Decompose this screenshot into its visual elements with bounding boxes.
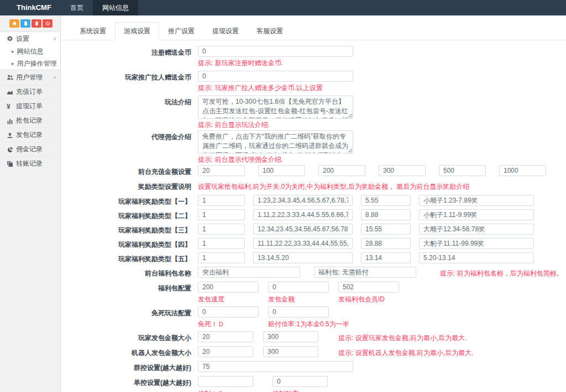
sidebar-item-user-mgmt[interactable]: 用户管理 › [0,70,60,84]
row-invite-gold: 玩家推广拉人赠送金币 提示: 玩家推广拉人赠送多少金币.以上设置 [61,71,566,92]
menu-section-main: 用户管理 › 充值订单 ¥ 提现订单 抢包记录 [0,70,60,171]
gameplay-intro-textarea[interactable]: 可发可抢，10-300七包1.6倍【无免死官方平台】点击主页发送红包-设置红包金… [198,96,353,119]
reward3-numbers-input[interactable] [253,224,353,235]
reward3-switch-input[interactable] [198,224,245,235]
invite-gold-input[interactable] [198,71,353,82]
tab-withdraw-settings[interactable]: 提现设置 [203,22,248,40]
field-label: 玩家福利奖励类型【四】 [61,238,198,250]
home-button[interactable] [9,19,19,28]
quick-buttons [0,15,60,31]
reward4-numbers-input[interactable] [253,238,353,249]
row-reward-type-3: 玩家福利奖励类型【三】 [61,224,566,235]
sidebar-item-send-records[interactable]: 发包记录 [0,128,60,142]
tab-service-settings[interactable]: 客服设置 [248,22,292,40]
sidebar-item-recharge-orders[interactable]: 充值订单 [0,84,60,99]
sidebar-item-grab-records[interactable]: 抢包记录 [0,113,60,128]
menu-section-settings: 设置 › ▸ 网站信息 ▸ 用户操作管理 [0,31,60,70]
reward4-amount-input[interactable] [361,238,411,249]
immortal-id-input[interactable] [198,306,259,317]
reward2-numbers-input[interactable] [253,209,353,220]
users-icon [7,74,16,81]
sidebar-item-user-ops[interactable]: ▸ 用户操作管理 [0,57,60,70]
recharge-amount-1-input[interactable] [198,165,245,176]
reward2-desc-input[interactable] [419,209,534,220]
file-button[interactable] [20,19,30,28]
row-welfare-name: 前台福利包名称 提示: 前为福利包名称，后为福利包简称。 [61,267,566,278]
field-label: 玩法介绍 [61,96,198,107]
clone-icon [7,161,16,167]
field-label: 奖励类型设置说明 [61,180,198,192]
bar-chart-icon [7,118,16,124]
tab-system-settings[interactable]: 系统设置 [71,22,115,40]
reward5-desc-input[interactable] [419,252,534,263]
robot-max-input[interactable] [263,346,318,357]
recharge-amount-6-input[interactable] [499,165,546,176]
robot-min-input[interactable] [198,346,253,357]
reward1-switch-input[interactable] [198,195,245,206]
immortal-rate-input[interactable] [268,306,329,317]
caret-right-icon: ▸ [12,49,14,54]
welfare-amount-input[interactable] [268,282,329,293]
reward3-amount-input[interactable] [361,224,411,235]
robot-range-hint: 提示: 设置机器人发包金额,前为最小,后为最大. [338,346,474,358]
nav-item-home[interactable]: 首页 [61,0,93,15]
tab-game-settings[interactable]: 游戏设置 [115,22,159,40]
home-icon [12,21,17,26]
reward3-desc-input[interactable] [419,224,534,235]
pie-chart-icon [7,146,16,153]
control-id-input[interactable] [198,376,253,387]
field-label: 注册赠送金币 [61,46,198,57]
sidebar-item-withdraw-orders[interactable]: ¥ 提现订单 [0,99,60,113]
agent-intro-textarea[interactable]: 免费推广，点击下方“我的推广二维码”获取你的专属推广二维码，玩家通过你的二维码进… [198,130,353,153]
recharge-amount-3-input[interactable] [318,165,365,176]
sidebar-item-label: 用户管理 [16,73,43,82]
sidebar-item-site-info[interactable]: ▸ 网站信息 [0,45,60,57]
trash-icon [34,21,39,26]
reward2-switch-input[interactable] [198,209,245,220]
agent-intro-hint: 提示: 前台显示代理佣金介绍. [198,156,353,164]
row-gameplay-intro: 玩法介绍 可发可抢，10-300七包1.6倍【无免死官方平台】点击主页发送红包-… [61,96,566,129]
sidebar-item-transfer-records[interactable]: 转账记录 [0,156,60,171]
welfare-name-input[interactable] [198,267,300,278]
brand-logo: ThinkCMF [0,0,61,15]
reward1-numbers-input[interactable] [253,195,353,206]
welfare-speed-input[interactable] [198,282,259,293]
field-label: 机器人发包金额大小 [61,346,198,358]
welfare-amount-caption: 发包金额 [268,295,329,303]
reward4-switch-input[interactable] [198,238,245,249]
tab-promo-settings[interactable]: 推广设置 [159,22,203,40]
file-icon [23,21,28,26]
recharge-amount-4-input[interactable] [379,165,426,176]
recharge-amount-5-input[interactable] [439,165,486,176]
welfare-member-id-caption: 发福利包会员ID [338,295,399,303]
group-control-input[interactable] [198,361,353,372]
reward5-numbers-input[interactable] [253,252,353,263]
reward-note-text: 设置玩家抢包福利,前为开关,0为关闭,中为福利类型,后为奖励金额， 最后为前台显… [198,180,469,192]
field-label: 单控设置(越大越好) [61,376,198,388]
reward2-amount-input[interactable] [361,209,411,220]
reward5-amount-input[interactable] [361,252,411,263]
field-label: 前台充值金额设置 [61,165,198,177]
welfare-alias-input[interactable] [314,267,416,278]
nav-item-site-info[interactable]: 网站信息 [93,0,138,15]
row-welfare-config: 福利包配置 发包速度 发包金额 发福利包会员ID [61,282,566,303]
register-gold-input[interactable] [198,46,353,57]
reward5-switch-input[interactable] [198,252,245,263]
row-agent-intro: 代理佣金介绍 免费推广，点击下方“我的推广二维码”获取你的专属推广二维码，玩家通… [61,130,566,164]
player-range-hint: 提示: 设置玩家发包金额,前为最小,后为最大. [338,331,467,343]
reward4-desc-input[interactable] [419,238,534,249]
sidebar-item-commission-records[interactable]: 佣金记录 [0,142,60,156]
invite-gold-hint: 提示: 玩家推广拉人赠送多少金币.以上设置 [198,84,353,92]
control-rate-input[interactable] [272,376,328,387]
reward1-amount-input[interactable] [361,195,411,206]
recharge-amount-2-input[interactable] [258,165,305,176]
logout-button[interactable] [43,19,53,28]
player-max-input[interactable] [263,331,318,342]
welfare-member-id-input[interactable] [338,282,399,293]
sidebar-item-settings[interactable]: 设置 › [0,32,60,45]
sidebar-item-label: 抢包记录 [16,116,43,125]
clear-cache-button[interactable] [32,19,41,28]
reward1-desc-input[interactable] [419,195,534,206]
player-min-input[interactable] [198,331,253,342]
field-label: 玩家福利奖励类型【一】 [61,195,198,206]
